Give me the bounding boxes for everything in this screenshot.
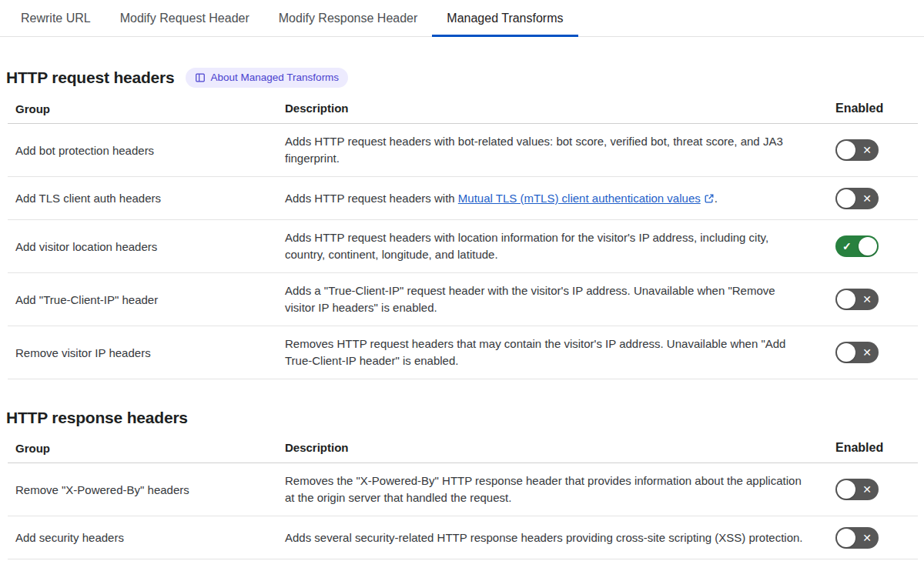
description-cell: Removes HTTP request headers that may co… — [285, 326, 835, 379]
response-headers-table: Group Description Enabled Remove "X-Powe… — [8, 436, 918, 559]
toggle-remove-visitor-ip-headers[interactable]: ✕ ✓ — [835, 342, 879, 363]
toggle-knob — [837, 480, 855, 499]
column-header-enabled: Enabled — [835, 438, 918, 461]
group-cell: Add visitor location headers — [8, 231, 285, 262]
group-cell: Remove visitor IP headers — [8, 337, 285, 369]
book-icon — [195, 72, 206, 83]
description-cell: Adds HTTP request headers with location … — [285, 220, 835, 272]
x-icon: ✕ — [862, 294, 872, 305]
group-cell: Add TLS client auth headers — [8, 182, 285, 214]
about-managed-transforms-badge[interactable]: About Managed Transforms — [186, 68, 349, 88]
x-icon: ✕ — [862, 533, 872, 543]
response-section-header: HTTP response headers — [0, 409, 924, 427]
check-icon: ✓ — [842, 241, 852, 252]
toggle-add-bot-protection-headers[interactable]: ✕ ✓ — [835, 139, 879, 161]
toggle-knob — [837, 290, 855, 309]
toggle-add-visitor-location-headers[interactable]: ✕ ✓ — [835, 235, 879, 257]
description-cell: Adds HTTP request headers with bot-relat… — [285, 124, 835, 176]
x-icon: ✕ — [862, 484, 872, 495]
group-cell: Remove "X-Powered-By" headers — [8, 474, 285, 506]
table-row: Remove visitor IP headers Removes HTTP r… — [8, 326, 918, 379]
request-section-title: HTTP request headers — [6, 68, 175, 87]
external-link-icon — [701, 192, 715, 205]
toggle-remove-x-powered-by-headers[interactable]: ✕ ✓ — [835, 479, 879, 500]
toggle-add-true-client-ip-header[interactable]: ✕ ✓ — [835, 289, 879, 310]
group-cell: Add "True-Client-IP" header — [8, 284, 285, 316]
description-cell: Removes the "X-Powered-By" HTTP response… — [285, 463, 835, 516]
column-header-group: Group — [8, 99, 285, 122]
description-cell: Adds HTTP request headers with Mutual TL… — [285, 181, 835, 216]
request-section-header: HTTP request headers About Managed Trans… — [0, 68, 924, 88]
toggle-knob — [837, 343, 855, 362]
toggle-knob — [837, 189, 855, 208]
toggle-knob — [837, 141, 855, 159]
group-cell: Add bot protection headers — [8, 135, 285, 166]
x-icon: ✕ — [862, 193, 872, 204]
table-row: Add "True-Client-IP" header Adds a "True… — [8, 273, 918, 326]
description-cell: Adds several security-related HTTP respo… — [285, 520, 835, 556]
x-icon: ✕ — [862, 347, 872, 358]
toggle-add-security-headers[interactable]: ✕ ✓ — [835, 527, 879, 549]
mtls-authentication-link[interactable]: Mutual TLS (mTLS) client authentication … — [458, 192, 715, 205]
table-row: Add visitor location headers Adds HTTP r… — [8, 220, 918, 273]
toggle-knob — [859, 237, 877, 255]
group-cell: Add security headers — [8, 522, 285, 553]
column-header-description: Description — [285, 436, 835, 462]
request-table-header-row: Group Description Enabled — [8, 97, 918, 124]
tab-rewrite-url[interactable]: Rewrite URL — [6, 0, 105, 36]
toggle-knob — [837, 529, 855, 547]
column-header-enabled: Enabled — [835, 99, 918, 122]
response-table-header-row: Group Description Enabled — [8, 436, 918, 463]
description-cell: Adds a "True-Client-IP" request header w… — [285, 273, 835, 326]
badge-label: About Managed Transforms — [211, 72, 340, 83]
tab-managed-transforms[interactable]: Managed Transforms — [432, 0, 578, 36]
toggle-add-tls-client-auth-headers[interactable]: ✕ ✓ — [835, 188, 879, 209]
x-icon: ✕ — [862, 145, 872, 155]
column-header-description: Description — [285, 97, 835, 123]
tab-modify-request-header[interactable]: Modify Request Header — [105, 0, 264, 36]
response-section-title: HTTP response headers — [6, 409, 188, 427]
tab-modify-response-header[interactable]: Modify Response Header — [264, 0, 433, 36]
tab-bar: Rewrite URL Modify Request Header Modify… — [0, 0, 924, 37]
table-row: Add security headers Adds several securi… — [8, 516, 918, 559]
column-header-group: Group — [8, 439, 285, 461]
table-row: Add bot protection headers Adds HTTP req… — [8, 124, 918, 177]
request-headers-table: Group Description Enabled Add bot protec… — [8, 97, 918, 379]
table-row: Remove "X-Powered-By" headers Removes th… — [8, 463, 918, 516]
table-row: Add TLS client auth headers Adds HTTP re… — [8, 177, 918, 220]
